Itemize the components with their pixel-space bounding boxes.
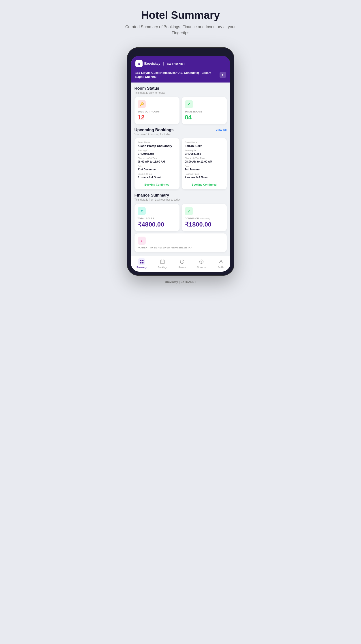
svg-rect-0 [140,260,141,262]
logo-extranet: EXTRANET [167,62,185,66]
bookings-subtitle: You have 12 booking for today [135,133,174,136]
room-status-subtitle: This data is only for today [135,91,227,94]
booking-card-2[interactable]: Guest Name Faizan Alekh Booking ID BRD95… [182,138,227,190]
upcoming-bookings-section: Upcoming Bookings You have 12 booking fo… [135,128,227,190]
commission-label: COMMISION (WITH TAXES) [185,217,224,220]
total-sales-icon: ₹ [138,207,146,215]
guest-label-2: Guest Name [185,141,224,144]
svg-text:₹: ₹ [201,261,202,263]
room-status-title: Room Status [135,86,227,91]
nav-item-summary[interactable]: Summary [137,258,147,268]
commission-card[interactable]: ↙ COMMISION (WITH TAXES) ₹1800.00 [182,204,227,231]
svg-rect-2 [140,262,141,264]
date-label-2: Date [185,165,224,168]
room-status-cards: 🔑 SOLD OUT ROOMS 12 ✔ TOTAL ROOMS 04 [135,97,227,124]
sold-out-icon: 🔑 [138,100,146,108]
check-label-2: Check - In/Out Time [185,157,224,160]
payment-icon: ↓ [138,236,146,245]
sold-out-value: 12 [138,114,176,121]
logo-divider: | [163,62,164,66]
commission-icon: ↙ [185,207,193,215]
check-time-2: 08:00 AM to 11:00 AM [185,160,224,163]
room-status-section: Room Status This data is only for today … [135,86,227,124]
nav-item-rooms[interactable]: Rooms [179,258,186,268]
nav-label-rooms: Rooms [179,266,186,268]
sold-out-label: SOLD OUT ROOMS [138,110,176,113]
app-content: Room Status This data is only for today … [131,82,230,256]
logo-row: B Brevistay | EXTRANET [135,60,226,67]
guest-label-1: Guest Name [138,141,176,144]
check-time-1: 08:00 AM to 11:00 AM [138,160,176,163]
nav-label-profile: Profile [218,266,224,268]
nav-item-bookings[interactable]: Bookings [158,258,167,268]
booking-cards: Guest Name Akash Pratap Chaudhary Bookin… [135,138,227,190]
total-rooms-card[interactable]: ✔ TOTAL ROOMS 04 [182,97,227,124]
booking-id-label-1: Booking ID [138,149,176,152]
date-value-2: 1st January [185,168,224,171]
total-rooms-icon: ✔ [185,100,193,108]
bookings-header: Upcoming Bookings You have 12 booking fo… [135,128,227,138]
logo-icon: B [135,60,143,67]
svg-point-11 [220,260,222,262]
bookings-title: Upcoming Bookings [135,128,174,132]
booking-id-label-2: Booking ID [185,149,224,152]
bottom-nav: Summary Bookings Rooms ₹ Finances [131,256,230,272]
profile-nav-icon [217,258,224,265]
booking-status-2: Booking Confirmed [185,181,224,186]
total-sales-label: TOTAL SALES [138,217,176,220]
nav-item-finances[interactable]: ₹ Finances [197,258,206,268]
room-guest-value-2: 2 rooms & 4 Guest [185,176,224,179]
nav-label-finances: Finances [197,266,206,268]
app-header: B Brevistay | EXTRANET 183-Lloyds Guest … [131,56,230,82]
payment-card[interactable]: ↓ PAYMENT TO BE RECEIVED FROM BREVISTAY [135,234,227,252]
nav-label-summary: Summary [137,266,147,268]
date-label-1: Date [138,165,176,168]
finance-title: Finance Summary [135,193,227,198]
summary-nav-icon [138,258,145,265]
check-label-1: Check - In/Out Time [138,157,176,160]
property-name: 183-Lloyds Guest House(Near U.S. Consula… [135,71,217,79]
bookings-nav-icon [159,258,166,265]
commission-value: ₹1800.00 [185,221,224,228]
finance-cards-row: ₹ TOTAL SALES ₹4800.00 ↙ COMMISION (WITH… [135,204,227,231]
total-rooms-label: TOTAL ROOMS [185,110,224,113]
nav-label-bookings: Bookings [158,266,167,268]
svg-rect-4 [161,260,165,264]
rooms-nav-icon [179,258,186,265]
bookings-header-left: Upcoming Bookings You have 12 booking fo… [135,128,174,138]
phone-notch [167,51,194,54]
svg-rect-3 [142,262,143,264]
svg-rect-1 [142,260,143,262]
guest-name-2: Faizan Alekh [185,144,224,148]
booking-id-2: BRD9561258 [185,152,224,156]
sold-out-rooms-card[interactable]: 🔑 SOLD OUT ROOMS 12 [135,97,179,124]
finance-summary-section: Finance Summary This data is from 1st No… [135,193,227,252]
booking-id-1: BRD9561258 [138,152,176,156]
nav-item-profile[interactable]: Profile [217,258,224,268]
total-sales-card[interactable]: ₹ TOTAL SALES ₹4800.00 [135,204,179,231]
booking-card-1[interactable]: Guest Name Akash Pratap Chaudhary Bookin… [135,138,179,190]
page-subtitle: Curated Summary of Bookings, Finance and… [125,24,237,36]
view-all-link[interactable]: View All [216,128,226,132]
room-guest-value-1: 2 rooms & 4 Guest [138,176,176,179]
date-value-1: 31st December [138,168,176,171]
finances-nav-icon: ₹ [198,258,205,265]
total-rooms-value: 04 [185,114,224,121]
booking-status-1: Booking Confirmed [138,181,176,186]
property-row[interactable]: 183-Lloyds Guest House(Near U.S. Consula… [135,71,226,79]
total-sales-value: ₹4800.00 [138,221,176,228]
property-dropdown-arrow[interactable]: ▼ [220,72,226,78]
room-guest-label-2: Room & Guest [185,173,224,175]
page-title: Hotel Summary [141,9,220,21]
phone-frame: B Brevistay | EXTRANET 183-Lloyds Guest … [127,47,234,276]
guest-name-1: Akash Pratap Chaudhary [138,144,176,148]
room-guest-label-1: Room & Guest [138,173,176,175]
footer-logo: Brevistay | EXTRANET [165,280,196,284]
phone-screen: B Brevistay | EXTRANET 183-Lloyds Guest … [131,56,230,272]
finance-subtitle: This data is from 1st Novmber to today [135,198,227,201]
logo-text: Brevistay [144,62,160,66]
payment-label: PAYMENT TO BE RECEIVED FROM BREVISTAY [138,246,224,249]
